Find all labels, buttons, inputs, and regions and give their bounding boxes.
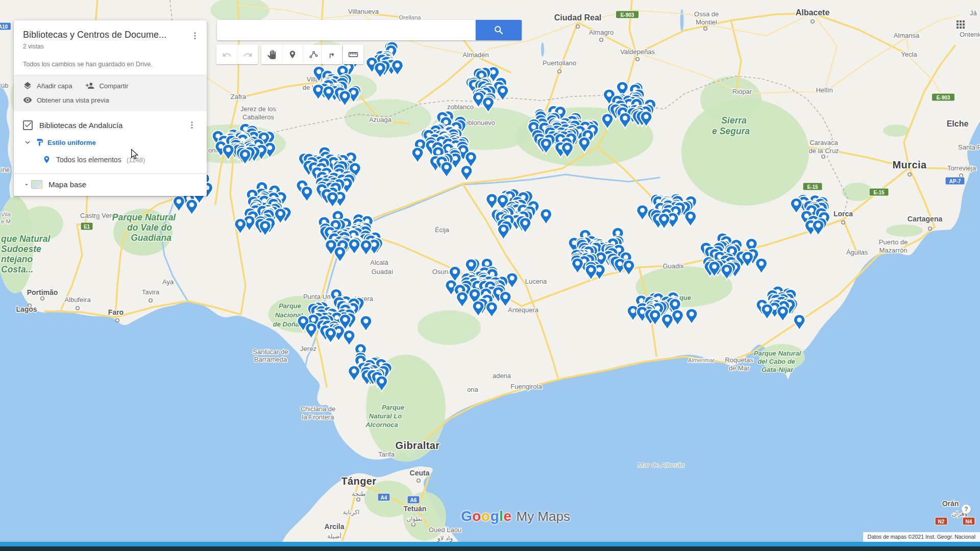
road-badge-label: A4 <box>381 495 387 500</box>
mouse-cursor <box>131 149 139 162</box>
search-input[interactable] <box>217 20 476 40</box>
map-label: Parque Natural <box>112 212 177 222</box>
map-label: Oued Laou <box>429 526 461 534</box>
map-label: Aya <box>162 278 174 286</box>
paint-roller-icon <box>36 138 44 146</box>
road-badge-label: A10 <box>0 24 8 30</box>
add-directions-button[interactable] <box>322 45 342 64</box>
map-label: Orán <box>942 499 959 508</box>
preview-button[interactable]: Obtener una vista previa <box>23 95 109 105</box>
map-label: Jerez de los <box>240 105 277 113</box>
map-label: Yecla <box>901 51 917 58</box>
map-label: Almerimar <box>688 357 715 363</box>
all-items-label[interactable]: Todos los elementos <box>56 156 121 164</box>
help-button[interactable]: ? <box>962 505 971 514</box>
map-label: Murcia <box>893 159 927 170</box>
map-label: Natural Lo <box>369 412 402 420</box>
bottom-dark-bar <box>0 546 980 551</box>
map-label: Torrevieja <box>947 164 976 172</box>
map-label: Vila <box>1 211 11 217</box>
map-label: Tarifa <box>378 450 395 458</box>
measure-button[interactable] <box>343 45 363 64</box>
map-label: Arcila <box>325 522 345 531</box>
map-label: Villanueva <box>348 8 379 15</box>
town-dot <box>960 174 963 177</box>
park-area <box>886 224 923 237</box>
add-layer-button[interactable]: Añadir capa <box>23 81 72 90</box>
map-label: Portimão <box>27 288 58 296</box>
road-badge-label: E-903 <box>937 95 950 101</box>
map-label: de la Cruz <box>808 147 839 155</box>
map-label: Azuaga <box>369 116 392 123</box>
road-badge-label: N4 <box>966 519 972 524</box>
add-layer-label: Añadir capa <box>37 82 72 90</box>
map-label: Faro <box>108 308 124 316</box>
google-apps-button[interactable] <box>954 18 967 31</box>
map-label: Ossa de <box>694 10 719 18</box>
layers-icon <box>23 81 32 90</box>
toolbar-measure-group <box>343 45 363 64</box>
eye-icon <box>23 95 32 105</box>
google-my-maps-app: Ciudad RealAlmagroValdepeñasPuertollanoA… <box>0 0 980 551</box>
polyline-icon <box>309 50 318 60</box>
draw-line-button[interactable] <box>303 45 324 64</box>
map-label: أصيلة <box>327 532 341 540</box>
map-label: واد لاو <box>437 535 453 542</box>
map-label: Guadaí <box>372 268 394 276</box>
redo-button[interactable] <box>237 45 258 64</box>
map-label: la Frontera <box>302 413 335 421</box>
redo-icon <box>243 50 253 60</box>
panel-header: Bibliotecas y Centros de Docume... 2 vis… <box>14 20 207 68</box>
map-label: Lagos <box>16 305 37 313</box>
marker-icon <box>288 50 297 59</box>
google-my-maps-watermark: GoogleMy Maps <box>461 508 570 524</box>
map-title[interactable]: Bibliotecas y Centros de Docume... <box>23 30 198 40</box>
uniform-style-button[interactable]: Estilo uniforme <box>47 139 96 146</box>
map-menu-button[interactable] <box>189 30 201 42</box>
map-label: Gibraltar <box>396 440 440 451</box>
check-icon <box>23 120 33 129</box>
kebab-icon <box>190 31 200 40</box>
views-count: 2 vistas <box>23 43 198 50</box>
watermark-suffix: My Maps <box>516 509 570 524</box>
chevron-down-icon[interactable] <box>23 138 32 147</box>
map-label: Lorca <box>834 210 853 218</box>
map-label: Albufeira <box>64 296 91 304</box>
watermark-google: Google <box>461 508 511 524</box>
map-label: Almadén <box>462 51 488 59</box>
layer-checkbox[interactable] <box>23 120 33 130</box>
kebab-icon <box>187 120 197 130</box>
map-label: Ontenie <box>960 31 980 38</box>
map-label: Cartagena <box>908 215 943 223</box>
undo-button[interactable] <box>216 45 237 64</box>
town-dot <box>908 173 911 176</box>
map-label: Parque <box>279 302 301 310</box>
layer-name[interactable]: Bibliotecas de Andalucía <box>39 121 180 130</box>
layer-menu-button[interactable] <box>186 119 198 131</box>
base-map-row[interactable]: Mapa base <box>14 174 207 196</box>
ruler-icon <box>348 49 358 60</box>
map-label: Gata-Níjar <box>762 366 794 373</box>
road-badge-label: E1 <box>84 224 90 230</box>
map-label: Puerto de <box>879 238 908 246</box>
bottom-blue-bar <box>0 542 980 546</box>
park-area <box>883 124 910 137</box>
person-add-icon <box>85 81 94 90</box>
map-label: Lucena <box>525 278 547 285</box>
park-area <box>842 183 873 201</box>
search-button[interactable] <box>476 20 522 40</box>
map-label: Parque <box>382 404 404 411</box>
add-marker-button[interactable] <box>282 45 303 64</box>
map-label: Sanlúcar de <box>253 348 288 356</box>
map-label: ine <box>1 166 10 173</box>
base-map-label: Mapa base <box>48 180 86 189</box>
map-label: e M <box>1 218 11 224</box>
map-label: ona <box>467 386 478 393</box>
search-bar <box>217 20 476 40</box>
map-attribution: Datos de mapas ©2021 Inst. Geogr. Nacion… <box>863 532 980 542</box>
pan-tool-button[interactable] <box>261 45 282 64</box>
map-label: de Mar <box>729 364 750 372</box>
map-label: do Vale do <box>127 222 172 233</box>
share-button[interactable]: Compartir <box>85 81 128 90</box>
town-dot <box>116 319 119 322</box>
